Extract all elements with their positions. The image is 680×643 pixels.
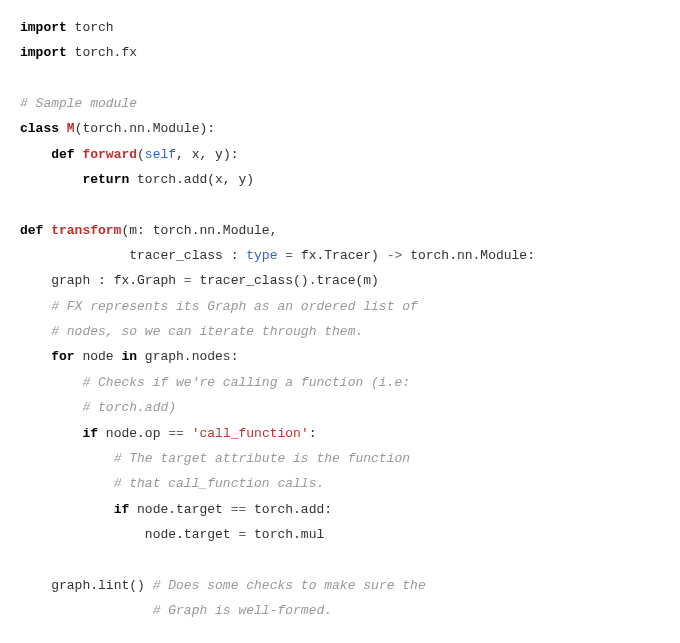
func-name: forward	[75, 147, 137, 162]
text: tracer_class :	[129, 248, 246, 263]
comment: # Graph is well-formed.	[153, 603, 332, 618]
operator: ==	[231, 502, 247, 517]
text: (	[137, 147, 145, 162]
keyword: class	[20, 121, 59, 136]
keyword: for	[51, 349, 74, 364]
text: torch.fx	[67, 45, 137, 60]
operator: ==	[168, 426, 184, 441]
comment: # FX represents its Graph as an ordered …	[51, 299, 418, 314]
text: graph.nodes:	[137, 349, 238, 364]
text: torch.add:	[246, 502, 332, 517]
text: torch.add(x, y)	[129, 172, 254, 187]
comment: # Does some checks to make sure the	[153, 578, 426, 593]
operator: =	[184, 273, 192, 288]
keyword: in	[121, 349, 137, 364]
operator: =	[285, 248, 293, 263]
text: node	[75, 349, 122, 364]
text: (torch.nn.Module):	[75, 121, 215, 136]
keyword: def	[20, 223, 43, 238]
text	[184, 426, 192, 441]
text: graph : fx.Graph	[51, 273, 184, 288]
string: 'call_function'	[192, 426, 309, 441]
text: graph.lint()	[51, 578, 152, 593]
keyword: import	[20, 20, 67, 35]
text: torch.mul	[246, 527, 324, 542]
comment: # The target attribute is the function	[114, 451, 410, 466]
class-name: M	[59, 121, 75, 136]
comment: # Checks if we're calling a function (i.…	[82, 375, 410, 390]
code-block: import torch import torch.fx # Sample mo…	[20, 15, 660, 643]
builtin: self	[145, 147, 176, 162]
comment: # that call_function calls.	[114, 476, 325, 491]
text: , x, y):	[176, 147, 238, 162]
func-name: transform	[43, 223, 121, 238]
text: node.target	[145, 527, 239, 542]
keyword: return	[82, 172, 129, 187]
keyword: if	[114, 502, 130, 517]
text: torch	[67, 20, 114, 35]
text: tracer_class().trace(m)	[192, 273, 379, 288]
text: node.op	[98, 426, 168, 441]
keyword: def	[51, 147, 74, 162]
text: (m: torch.nn.Module,	[121, 223, 277, 238]
keyword: if	[82, 426, 98, 441]
operator: ->	[387, 248, 403, 263]
text: torch.nn.Module:	[402, 248, 535, 263]
text: :	[309, 426, 317, 441]
comment: # nodes, so we can iterate through them.	[51, 324, 363, 339]
comment: # Sample module	[20, 96, 137, 111]
text: node.target	[129, 502, 230, 517]
comment: # torch.add)	[82, 400, 176, 415]
builtin: type	[246, 248, 277, 263]
keyword: import	[20, 45, 67, 60]
text: fx.Tracer)	[293, 248, 387, 263]
